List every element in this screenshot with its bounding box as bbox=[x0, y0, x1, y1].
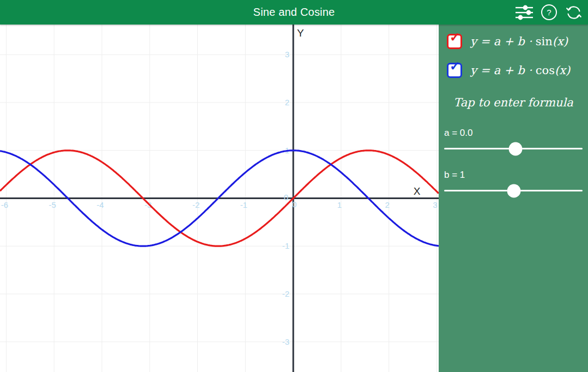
reset-icon[interactable] bbox=[565, 4, 583, 21]
x-tick-label: -5 bbox=[49, 200, 56, 209]
x-tick-label: -6 bbox=[1, 200, 8, 209]
formula-prefix: y = a + b · bbox=[470, 35, 536, 48]
sine-formula-label[interactable]: y = a + b · sin(x) bbox=[470, 35, 568, 48]
y-tick-label: -3 bbox=[282, 337, 289, 346]
checkmark-icon: ✓ bbox=[450, 31, 460, 44]
formula-suffix: (x) bbox=[553, 35, 568, 48]
formula-function: cos bbox=[536, 64, 555, 77]
x-axis-name: X bbox=[414, 185, 421, 197]
y-tick-label: 2 bbox=[285, 98, 289, 107]
y-tick-label: -1 bbox=[282, 241, 289, 250]
y-tick-label: -2 bbox=[282, 289, 289, 298]
x-tick-label: 2 bbox=[385, 200, 390, 209]
graph-view: -6-5-4-3-2-1123-3-2-112300YX bbox=[0, 25, 439, 372]
sine-formula-row: ✓ y = a + b · sin(x) bbox=[447, 33, 568, 50]
slider-a: a = 0.0 bbox=[444, 128, 583, 158]
cosine-formula-row: ✓ y = a + b · cos(x) bbox=[447, 62, 570, 79]
x-tick-label: -2 bbox=[192, 200, 199, 209]
y-tick-label: 3 bbox=[285, 50, 289, 59]
slider-b-value-label: b = 1 bbox=[444, 170, 583, 181]
checkmark-icon: ✓ bbox=[450, 60, 460, 73]
tap-to-enter-formula-hint: Tap to enter formula bbox=[439, 96, 588, 109]
formula-prefix: y = a + b · bbox=[470, 64, 536, 77]
controls-panel: ✓ y = a + b · sin(x) ✓ y = a + b · cos(x… bbox=[439, 25, 588, 372]
origin-label-x: 0 bbox=[292, 200, 296, 209]
page-title: Sine and Cosine bbox=[0, 0, 588, 25]
slider-a-handle[interactable] bbox=[509, 142, 523, 155]
graph-canvas[interactable]: -6-5-4-3-2-1123-3-2-112300YX bbox=[0, 25, 439, 372]
help-icon[interactable]: ? bbox=[541, 4, 557, 20]
header-icon-group: ? bbox=[516, 0, 583, 25]
app-header: Sine and Cosine ? bbox=[0, 0, 588, 25]
y-axis-name: Y bbox=[297, 27, 304, 39]
formula-function: sin bbox=[536, 35, 553, 48]
formula-suffix: (x) bbox=[555, 64, 570, 77]
x-tick-label: -4 bbox=[96, 200, 104, 209]
sliders-settings-icon[interactable] bbox=[516, 5, 533, 20]
origin-label-y: 0 bbox=[284, 193, 288, 202]
cosine-checkbox[interactable]: ✓ bbox=[447, 63, 462, 78]
slider-b: b = 1 bbox=[444, 170, 583, 200]
slider-a-value-label: a = 0.0 bbox=[444, 128, 583, 139]
x-tick-label: -1 bbox=[240, 200, 247, 209]
x-tick-label: 3 bbox=[433, 200, 437, 209]
x-tick-label: 1 bbox=[337, 200, 342, 209]
sine-checkbox[interactable]: ✓ bbox=[447, 34, 462, 49]
slider-b-handle[interactable] bbox=[507, 184, 521, 197]
cosine-formula-label[interactable]: y = a + b · cos(x) bbox=[470, 64, 570, 77]
